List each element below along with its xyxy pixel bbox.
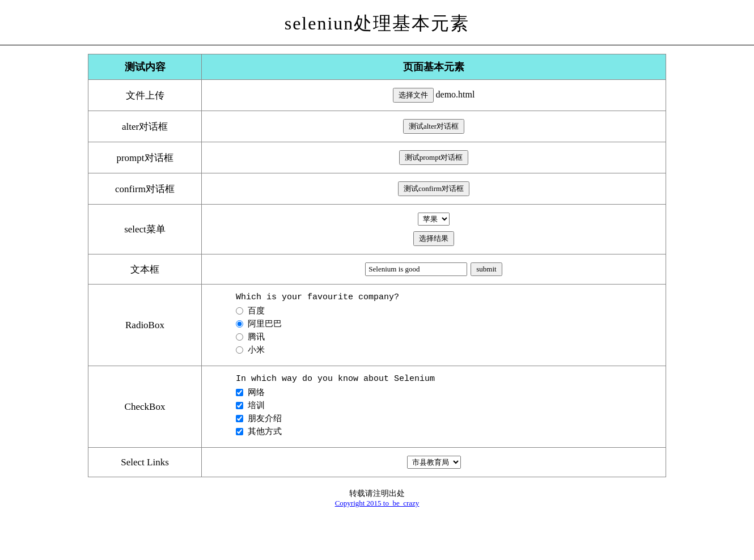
text-input[interactable] — [365, 262, 467, 276]
row-content-select-links: 市县教育局 省教育厅 教育部 — [202, 448, 666, 477]
checkbox-option-qita: 其他方式 — [236, 426, 654, 437]
select-result-button[interactable]: 选择结果 — [413, 231, 454, 246]
header-col1: 测试内容 — [88, 54, 202, 80]
table-row: 文本框 submit — [88, 254, 666, 285]
checkbox-pengyou[interactable] — [236, 415, 243, 422]
checkbox-label-peixun: 培训 — [248, 400, 265, 411]
radio-tencent[interactable] — [236, 333, 243, 341]
radio-label-tencent: 腾讯 — [248, 332, 265, 342]
table-row: alter对话框 测试alter对话框 — [88, 111, 666, 142]
radio-option-alibaba: 阿里巴巴 — [236, 319, 654, 329]
radio-label-baidu: 百度 — [248, 306, 265, 316]
row-label-confirm: confirm对话框 — [88, 173, 202, 205]
row-content-file-upload: 选择文件 demo.html — [202, 80, 666, 111]
table-row: CheckBox In which way do you know about … — [88, 366, 666, 448]
checkbox-question: In which way do you know about Selenium — [236, 374, 654, 384]
footer-text: 转载请注明出处 — [0, 489, 754, 499]
links-select[interactable]: 市县教育局 省教育厅 教育部 — [407, 456, 461, 469]
radio-option-baidu: 百度 — [236, 306, 654, 316]
file-name-display: demo.html — [436, 90, 475, 99]
submit-button[interactable]: submit — [471, 262, 502, 276]
row-content-radiobox: Which is your favourite company? 百度 阿里巴巴… — [202, 285, 666, 366]
row-label-prompt: prompt对话框 — [88, 142, 202, 173]
row-label-select-links: Select Links — [88, 448, 202, 477]
row-content-checkbox: In which way do you know about Selenium … — [202, 366, 666, 448]
radio-option-tencent: 腾讯 — [236, 332, 654, 342]
footer: 转载请注明出处 Copyright 2015 to_be_crazy — [0, 489, 754, 519]
checkbox-option-wangluo: 网络 — [236, 387, 654, 398]
checkbox-label-pengyou: 朋友介绍 — [248, 413, 282, 424]
radio-baidu[interactable] — [236, 307, 243, 315]
main-content: 测试内容 页面基本元素 文件上传 选择文件 demo.html alter对话框… — [0, 54, 754, 477]
row-content-prompt: 测试prompt对话框 — [202, 142, 666, 173]
checkbox-label-qita: 其他方式 — [248, 426, 282, 437]
test-confirm-button[interactable]: 测试confirm对话框 — [398, 181, 469, 196]
test-alter-button[interactable]: 测试alter对话框 — [403, 119, 464, 134]
row-content-textbox: submit — [202, 254, 666, 285]
table-row: RadioBox Which is your favourite company… — [88, 285, 666, 366]
radio-label-alibaba: 阿里巴巴 — [248, 319, 282, 329]
row-content-alter: 测试alter对话框 — [202, 111, 666, 142]
main-table: 测试内容 页面基本元素 文件上传 选择文件 demo.html alter对话框… — [88, 54, 666, 477]
row-label-alter: alter对话框 — [88, 111, 202, 142]
row-label-file-upload: 文件上传 — [88, 80, 202, 111]
checkbox-label-wangluo: 网络 — [248, 387, 265, 398]
table-row: confirm对话框 测试confirm对话框 — [88, 173, 666, 205]
row-label-select-menu: select菜单 — [88, 205, 202, 254]
checkbox-qita[interactable] — [236, 428, 243, 435]
test-prompt-button[interactable]: 测试prompt对话框 — [399, 150, 469, 165]
table-row: select菜单 苹果 香蕉 橘子 葡萄 选择结果 — [88, 205, 666, 254]
radio-option-xiaomi: 小米 — [236, 345, 654, 355]
table-row: prompt对话框 测试prompt对话框 — [88, 142, 666, 173]
row-label-textbox: 文本框 — [88, 254, 202, 285]
page-title: seleniun处理基本元素 — [0, 0, 754, 45]
footer-link[interactable]: Copyright 2015 to_be_crazy — [335, 499, 420, 507]
choose-file-button[interactable]: 选择文件 — [393, 88, 434, 103]
radio-label-xiaomi: 小米 — [248, 345, 265, 355]
row-label-radiobox: RadioBox — [88, 285, 202, 366]
radio-alibaba[interactable] — [236, 320, 243, 328]
divider — [0, 45, 754, 45]
radio-question: Which is your favourite company? — [236, 292, 654, 302]
row-label-checkbox: CheckBox — [88, 366, 202, 448]
header-col2: 页面基本元素 — [202, 54, 666, 80]
table-row: 文件上传 选择文件 demo.html — [88, 80, 666, 111]
checkbox-option-pengyou: 朋友介绍 — [236, 413, 654, 424]
row-content-select-menu: 苹果 香蕉 橘子 葡萄 选择结果 — [202, 205, 666, 254]
checkbox-wangluo[interactable] — [236, 389, 243, 396]
checkbox-option-peixun: 培训 — [236, 400, 654, 411]
checkbox-peixun[interactable] — [236, 402, 243, 409]
radio-xiaomi[interactable] — [236, 346, 243, 354]
row-content-confirm: 测试confirm对话框 — [202, 173, 666, 205]
fruit-select[interactable]: 苹果 香蕉 橘子 葡萄 — [418, 213, 450, 226]
table-row: Select Links 市县教育局 省教育厅 教育部 — [88, 448, 666, 477]
